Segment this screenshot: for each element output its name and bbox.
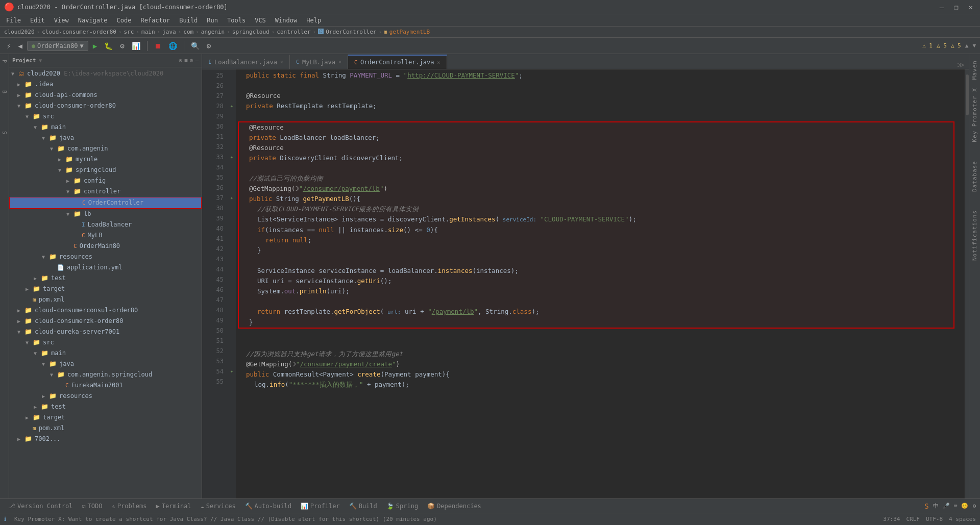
bottom-tab-deps[interactable]: 📦 Dependencies — [423, 502, 485, 511]
code-area[interactable]: public static final String PAYMENT_URL =… — [236, 69, 965, 498]
toolbar-run-options[interactable]: ⚡ — [4, 40, 13, 52]
tab-oc-close[interactable]: × — [437, 60, 440, 65]
tree-eureka-java[interactable]: ▼ 📁 java — [9, 359, 202, 369]
menu-navigate[interactable]: Navigate — [74, 16, 112, 25]
cursor-position[interactable]: 37:34 — [883, 516, 900, 522]
charset[interactable]: UTF-8 — [926, 516, 943, 522]
tree-eureka-target[interactable]: ▶ 📁 target — [9, 412, 202, 423]
bottom-tab-profiler[interactable]: 📊 Profiler — [297, 502, 344, 511]
tree-config[interactable]: ▶ 📁 config — [9, 176, 202, 186]
menu-help[interactable]: Help — [302, 16, 325, 25]
tree-java[interactable]: ▼ 📁 java — [9, 133, 202, 143]
toolbar-run-with-coverage[interactable]: ⚙ — [117, 40, 127, 52]
project-settings[interactable]: ⚙ — [190, 57, 193, 64]
tree-ordermain80[interactable]: C OrderMain80 — [9, 241, 202, 252]
close-button[interactable]: ✕ — [966, 2, 976, 12]
minimize-button[interactable]: — — [937, 2, 947, 12]
tree-resources[interactable]: ▼ 📁 resources — [9, 252, 202, 262]
tree-controller[interactable]: ▼ 📁 controller — [9, 186, 202, 197]
tab-list-button[interactable]: ≫ — [957, 61, 965, 69]
tab-loadbalancer[interactable]: I LoadBalancer.java × — [202, 55, 290, 69]
tree-loadbalancer[interactable]: I LoadBalancer — [9, 219, 202, 230]
bottom-tab-terminal[interactable]: ▶ Terminal — [152, 502, 195, 511]
editor-scrollbar[interactable] — [965, 69, 969, 498]
sogou-icon[interactable]: S — [924, 502, 928, 510]
structure-toggle[interactable]: S — [0, 130, 9, 136]
bc-consumer-order80[interactable]: cloud-consumer-order80 — [42, 29, 116, 35]
tree-consul-order80[interactable]: ▶ 📁 cloud-consumerconsul-order80 — [9, 305, 202, 316]
tab-mylb[interactable]: C MyLB.java × — [290, 55, 348, 69]
tree-main[interactable]: ▼ 📁 main — [9, 122, 202, 133]
menu-window[interactable]: Window — [271, 16, 301, 25]
tree-eureka-src[interactable]: ▼ 📁 src — [9, 337, 202, 348]
project-hide[interactable]: — — [195, 57, 199, 64]
tree-ordercontroller[interactable]: C OrderController — [9, 197, 202, 209]
bottom-tab-vcs[interactable]: ⎇ Version Control — [4, 502, 77, 511]
notifications-tab[interactable]: Notifications — [970, 206, 979, 265]
bc-springcloud[interactable]: springcloud — [232, 29, 270, 35]
tree-mylb[interactable]: C MyLB — [9, 230, 202, 241]
run-config-dropdown[interactable]: ● OrderMain80 ▼ — [27, 41, 88, 51]
tree-eurekamain7001[interactable]: C EurekaMain7001 — [9, 380, 202, 391]
tree-eureka-pkg[interactable]: ▼ 📁 com.angenin.springcloud — [9, 369, 202, 380]
tree-root[interactable]: ▼ 🗂 cloud2020 E:\idea-workspace\cloud202… — [9, 68, 202, 79]
menu-tools[interactable]: Tools — [223, 16, 250, 25]
bottom-tab-autobuild[interactable]: 🔨 Auto-build — [241, 502, 296, 511]
toolbar-back[interactable]: ◀ — [15, 40, 24, 52]
indent[interactable]: 4 spaces — [949, 516, 976, 522]
tree-target[interactable]: ▶ 📁 target — [9, 284, 202, 294]
tree-api-commons[interactable]: ▶ 📁 cloud-api-commons — [9, 90, 202, 101]
bc-method[interactable]: getPaymentLB — [389, 29, 430, 35]
toolbar-debug-button[interactable]: 🐛 — [102, 40, 115, 52]
menu-run[interactable]: Run — [203, 16, 222, 25]
tree-consumer-order80[interactable]: ▼ 📁 cloud-consumer-order80 — [9, 101, 202, 111]
scrollbar-thumb[interactable] — [966, 74, 969, 115]
tree-appyml[interactable]: 📄 application.yml — [9, 262, 202, 273]
bookmarks-toggle[interactable]: B — [0, 89, 9, 95]
maven-panel-tab[interactable]: Maven — [970, 56, 979, 84]
tree-eureka-test[interactable]: ▶ 📁 test — [9, 402, 202, 412]
toolbar-profile[interactable]: 📊 — [129, 40, 143, 52]
tab-ordercontroller[interactable]: C OrderController.java × — [348, 55, 447, 69]
toolbar-run-button[interactable]: ▶ — [90, 40, 100, 52]
menu-code[interactable]: Code — [113, 16, 136, 25]
tree-com-angenin[interactable]: ▼ 📁 com.angenin — [9, 143, 202, 154]
tree-src[interactable]: ▼ 📁 src — [9, 111, 202, 122]
bc-controller[interactable]: controller — [277, 29, 310, 35]
bc-cloud2020[interactable]: cloud2020 — [4, 29, 35, 35]
tree-test[interactable]: ▶ 📁 test — [9, 273, 202, 284]
bottom-tab-todo[interactable]: ☑ TODO — [78, 502, 106, 511]
maximize-button[interactable]: ❐ — [951, 2, 961, 12]
menu-refactor[interactable]: Refactor — [136, 16, 174, 25]
tree-pomxml[interactable]: m pom.xml — [9, 294, 202, 305]
tree-eureka-main[interactable]: ▼ 📁 main — [9, 348, 202, 359]
bottom-tab-spring[interactable]: 🍃 Spring — [382, 502, 422, 511]
tree-eureka7001[interactable]: ▼ 📁 cloud-eureka-server7001 — [9, 327, 202, 337]
tree-7002[interactable]: ▶ 📁 7002... — [9, 434, 202, 444]
bottom-tab-services[interactable]: ☁ Services — [197, 502, 240, 511]
tree-eureka-pom[interactable]: m pom.xml — [9, 423, 202, 434]
menu-file[interactable]: File — [2, 16, 25, 25]
menu-view[interactable]: View — [50, 16, 73, 25]
bc-main[interactable]: main — [141, 29, 155, 35]
project-scroll-from-source[interactable]: ⊙ — [179, 57, 183, 64]
toolbar-translate[interactable]: 🌐 — [166, 40, 180, 52]
bc-angenin[interactable]: angenin — [201, 29, 225, 35]
project-panel-toggle[interactable]: P — [0, 58, 9, 64]
bc-com[interactable]: com — [183, 29, 193, 35]
tree-eureka-resources[interactable]: ▶ 📁 resources — [9, 391, 202, 402]
tree-springcloud[interactable]: ▼ 📁 springcloud — [9, 165, 202, 176]
bottom-tab-build[interactable]: 🔨 Build — [345, 502, 381, 511]
tree-idea[interactable]: ▶ 📁 .idea — [9, 79, 202, 90]
toolbar-stop[interactable]: ⏹ — [152, 40, 164, 52]
menu-build[interactable]: Build — [175, 16, 202, 25]
project-dropdown-arrow[interactable]: ▼ — [39, 58, 42, 63]
bottom-tab-problems[interactable]: ⚠ Problems — [108, 502, 151, 511]
tree-zk-order80[interactable]: ▶ 📁 cloud-consumerzk-order80 — [9, 316, 202, 327]
toolbar-search[interactable]: 🔍 — [188, 40, 202, 52]
toolbar-settings[interactable]: ⚙ — [204, 40, 213, 52]
key-promoter-tab[interactable]: Key Promoter X — [970, 84, 979, 146]
bc-ordercontroller[interactable]: OrderController — [326, 29, 376, 35]
project-collapse-all[interactable]: ≡ — [184, 57, 188, 64]
bc-src[interactable]: src — [124, 29, 134, 35]
